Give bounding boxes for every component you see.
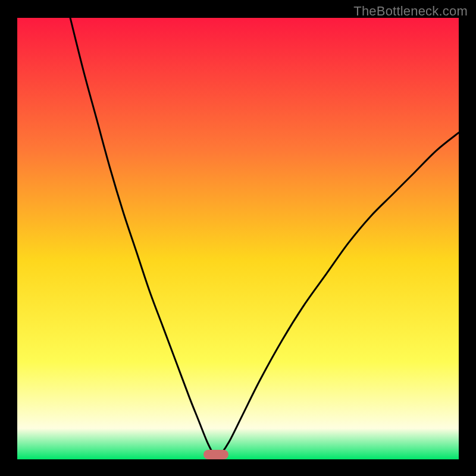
chart-area: [17, 18, 459, 459]
gradient-background: [17, 18, 459, 459]
min-point-marker: [203, 450, 228, 459]
outer-frame: TheBottleneck.com: [0, 0, 476, 476]
watermark-text: TheBottleneck.com: [353, 4, 468, 19]
